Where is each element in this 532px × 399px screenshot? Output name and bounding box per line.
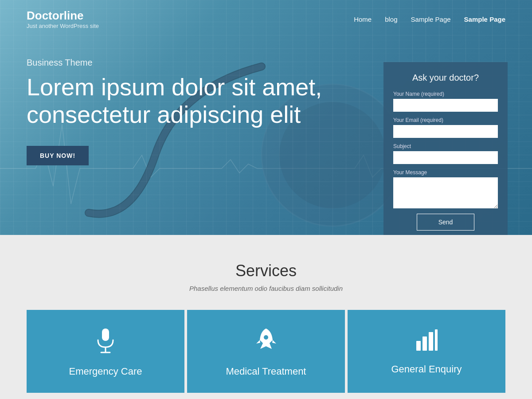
ask-doctor-form: Ask your doctor? Your Name (required) Yo… [383, 62, 508, 235]
email-label: Your Email (required) [393, 117, 498, 123]
buy-now-button[interactable]: BUY NOW! [27, 146, 89, 165]
nav-home[interactable]: Home [354, 16, 372, 23]
services-section: Services Phasellus elementum odio faucib… [0, 235, 532, 399]
svg-rect-10 [435, 329, 438, 351]
send-button[interactable]: Send [417, 214, 474, 231]
site-tagline: Just another WordPress site [27, 23, 99, 29]
message-label: Your Message [393, 169, 498, 176]
hero-content: Business Theme Lorem ipsum dolor sit ame… [27, 58, 337, 165]
chart-icon [356, 328, 497, 356]
svg-rect-8 [422, 336, 427, 351]
subject-input[interactable] [393, 151, 498, 164]
service-card-enquiry-title: General Enquiry [356, 364, 497, 375]
svg-rect-3 [102, 329, 109, 341]
nav-sample-page-1[interactable]: Sample Page [411, 16, 451, 23]
name-input[interactable] [393, 99, 498, 112]
hero-subtitle: Business Theme [27, 58, 337, 68]
nav-brand: Doctorline Just another WordPress site [27, 9, 99, 29]
nav-links: Home blog Sample Page Sample Page [354, 16, 505, 23]
navigation: Doctorline Just another WordPress site H… [0, 0, 532, 38]
service-card-medical[interactable]: Medical Treatment [187, 310, 345, 393]
rocket-icon [196, 328, 336, 358]
message-textarea[interactable] [393, 177, 498, 208]
site-title: Doctorline [27, 9, 99, 23]
services-heading: Services [27, 262, 505, 280]
hero-section: Doctorline Just another WordPress site H… [0, 0, 532, 235]
svg-point-6 [263, 335, 269, 340]
hero-title: Lorem ipsum dolor sit amet, consectetur … [27, 73, 337, 128]
service-card-medical-title: Medical Treatment [196, 366, 336, 377]
form-heading: Ask your doctor? [393, 73, 498, 83]
services-header: Services Phasellus elementum odio faucib… [27, 262, 505, 292]
email-input[interactable] [393, 125, 498, 138]
service-card-emergency-title: Emergency Care [35, 366, 176, 377]
svg-rect-9 [429, 332, 433, 351]
svg-rect-7 [416, 341, 421, 351]
nav-sample-page-2[interactable]: Sample Page [464, 16, 505, 23]
service-card-enquiry[interactable]: General Enquiry [348, 310, 505, 393]
name-label: Your Name (required) [393, 91, 498, 97]
service-card-emergency[interactable]: Emergency Care [27, 310, 184, 393]
nav-blog[interactable]: blog [385, 16, 397, 23]
service-cards: Emergency Care Medical Treatment [27, 310, 505, 393]
microphone-icon [35, 328, 176, 358]
subject-label: Subject [393, 143, 498, 149]
services-subheading: Phasellus elementum odio faucibus diam s… [27, 285, 505, 292]
